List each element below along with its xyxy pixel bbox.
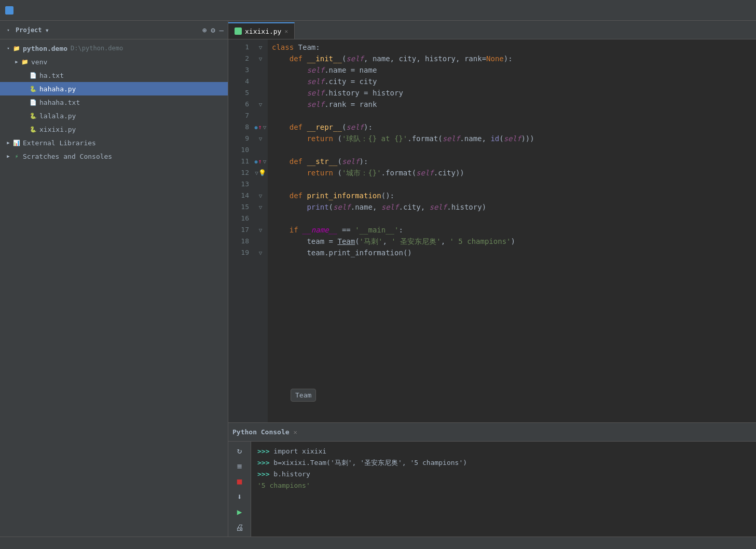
hahaha-py-label: hahaha.py	[39, 85, 76, 93]
code-line-2: def __init__(self, name, city, history, …	[272, 53, 756, 64]
console-print-btn[interactable]: 🖨	[232, 523, 247, 533]
console-toolbar: ↻ ≡ ■ ⬇ ▶ 🖨	[228, 442, 251, 537]
ext-libs-expand-icon: ▶	[4, 139, 12, 147]
code-editor[interactable]: 1 2 3 4 5 6 7 8 9 10 11 12 13 14 15 16 1…	[228, 39, 756, 422]
tab-py-icon	[235, 28, 242, 35]
gutter-1: ▽	[253, 42, 268, 53]
title-bar	[0, 0, 756, 21]
console-content: ↻ ≡ ■ ⬇ ▶ 🖨 >>> import xixixi >>> b=xixi…	[228, 442, 756, 537]
code-line-5: self.history = history	[272, 87, 756, 99]
scratches-expand-icon: ▶	[4, 152, 12, 160]
sidebar-item-xixixi-py[interactable]: 🐍 xixixi.py	[0, 122, 228, 136]
console-header: Python Console ✕	[228, 423, 756, 442]
code-line-6: self.rank = rank	[272, 99, 756, 110]
sidebar-item-scratches[interactable]: ▶ ⚡ Scratches and Consoles	[0, 149, 228, 163]
gutter-3	[253, 64, 268, 76]
sidebar-item-hahaha-py[interactable]: 🐍 hahaha.py	[0, 82, 228, 95]
gutter-2: ▽	[253, 53, 268, 64]
console-rerun-btn[interactable]: ↻	[232, 446, 247, 456]
code-line-10	[272, 144, 756, 156]
tab-bar: xixixi.py ✕	[228, 21, 756, 39]
root-expand-icon: ▾	[4, 44, 12, 52]
gutter-11: ●↑ ▽	[253, 156, 268, 167]
main-area: ▾ Project ▾ ⊕ ⚙ — ▾ 📁 python.demo D:\pyt…	[0, 21, 756, 537]
console-output[interactable]: >>> import xixixi >>> b=xixixi.Team('马刺'…	[251, 442, 756, 537]
root-name: python.demo	[23, 45, 67, 52]
sidebar-item-ha-txt[interactable]: 📄 ha.txt	[0, 68, 228, 82]
line-numbers: 1 2 3 4 5 6 7 8 9 10 11 12 13 14 15 16 1…	[228, 39, 253, 422]
sidebar-title: Project	[16, 26, 42, 34]
gutter-9: ▽	[253, 133, 268, 144]
code-content[interactable]: class Team: def __init__(self, name, cit…	[268, 39, 756, 422]
xixixi-py-icon: 🐍	[29, 125, 37, 133]
gutter-12: ▽💡	[253, 167, 268, 179]
sidebar-item-hahaha-txt[interactable]: 📄 hahaha.txt	[0, 95, 228, 109]
python-console: Python Console ✕ ↻ ≡ ■ ⬇ ▶ 🖨 >>> import …	[228, 422, 756, 537]
sidebar-header-left: ▾ Project ▾	[4, 26, 49, 34]
console-line-2: >>> b=xixixi.Team('马刺', '圣安东尼奥', '5 cham…	[257, 457, 750, 469]
minimize-icon[interactable]: —	[219, 26, 224, 34]
root-path: D:\python.demo	[71, 45, 123, 52]
code-line-16	[272, 213, 756, 224]
lalala-py-label: lalala.py	[39, 112, 76, 120]
sidebar-item-venv[interactable]: ▶ 📁 venv	[0, 55, 228, 68]
ha-txt-label: ha.txt	[39, 72, 64, 79]
console-prompt-3: >>>	[257, 470, 273, 478]
tooltip-popup: Team	[291, 389, 316, 402]
console-run-btn[interactable]: ▶	[232, 507, 247, 517]
xixixi-py-label: xixixi.py	[39, 126, 76, 133]
venv-label: venv	[31, 58, 47, 66]
console-line-3: >>> b.history	[257, 469, 750, 480]
code-line-9: return ('球队：{} at {}'.format(self.name, …	[272, 133, 756, 144]
sidebar-header-icons: ⊕ ⚙ —	[202, 26, 224, 34]
status-bar	[0, 537, 756, 549]
scratches-label: Scratches and Consoles	[23, 153, 112, 160]
gutter-10	[253, 144, 268, 156]
gutter-5	[253, 87, 268, 99]
root-folder-icon: 📁	[12, 44, 21, 52]
code-line-14: def print_information():	[272, 190, 756, 201]
code-line-12: return ('城市：{}'.format(self.city))	[272, 167, 756, 179]
gutter: ▽ ▽ ▽ ●↑ ▽ ▽	[253, 39, 268, 422]
tab-label: xixixi.py	[245, 28, 281, 35]
sidebar: ▾ Project ▾ ⊕ ⚙ — ▾ 📁 python.demo D:\pyt…	[0, 21, 228, 537]
lalala-py-icon: 🐍	[29, 112, 37, 120]
console-prompt-1: >>>	[257, 447, 273, 455]
sidebar-item-ext-libs[interactable]: ▶ 📊 External Libraries	[0, 136, 228, 149]
add-icon[interactable]: ⊕	[202, 26, 207, 34]
tooltip-text: Team	[295, 391, 311, 399]
tab-close-icon[interactable]: ✕	[284, 28, 288, 35]
gutter-15: ▽	[253, 201, 268, 213]
console-line-4: '5 champions'	[257, 480, 750, 491]
console-close-btn[interactable]: ✕	[294, 429, 297, 436]
sidebar-content: ▾ 📁 python.demo D:\python.demo ▶ 📁 venv …	[0, 39, 228, 537]
console-stop-btn[interactable]: ■	[232, 476, 247, 487]
code-line-7	[272, 110, 756, 121]
ext-libs-label: External Libraries	[23, 139, 96, 147]
code-line-4: self.city = city	[272, 76, 756, 87]
code-line-15: print(self.name, self.city, self.history…	[272, 201, 756, 213]
gutter-13	[253, 179, 268, 190]
sidebar-dropdown-icon[interactable]: ▾	[45, 26, 49, 34]
settings-icon[interactable]: ⚙	[211, 26, 215, 34]
venv-expand-icon: ▶	[12, 58, 21, 66]
code-line-11: def __str__(self):	[272, 156, 756, 167]
scratches-icon: ⚡	[12, 152, 21, 160]
sidebar-item-root[interactable]: ▾ 📁 python.demo D:\python.demo	[0, 42, 228, 55]
gutter-4	[253, 76, 268, 87]
console-prompt-2: >>>	[257, 459, 273, 466]
code-line-13	[272, 179, 756, 190]
sidebar-header: ▾ Project ▾ ⊕ ⚙ —	[0, 21, 228, 39]
tab-xixixi-py[interactable]: xixixi.py ✕	[228, 22, 295, 39]
sidebar-item-lalala-py[interactable]: 🐍 lalala.py	[0, 109, 228, 122]
venv-folder-icon: 📁	[21, 58, 29, 66]
sidebar-collapse-icon[interactable]: ▾	[4, 26, 12, 34]
hahaha-txt-icon: 📄	[29, 98, 37, 106]
code-line-18: team = Team('马刺', ' 圣安东尼奥', ' 5 champion…	[272, 236, 756, 247]
console-download-btn[interactable]: ⬇	[232, 492, 247, 502]
hahaha-txt-label: hahaha.txt	[39, 99, 80, 106]
console-cmd-2: b=xixixi.Team('马刺', '圣安东尼奥', '5 champion…	[273, 459, 467, 466]
console-reformat-btn[interactable]: ≡	[232, 461, 247, 472]
code-line-19: team.print_information()	[272, 247, 756, 258]
console-line-1: >>> import xixixi	[257, 446, 750, 457]
